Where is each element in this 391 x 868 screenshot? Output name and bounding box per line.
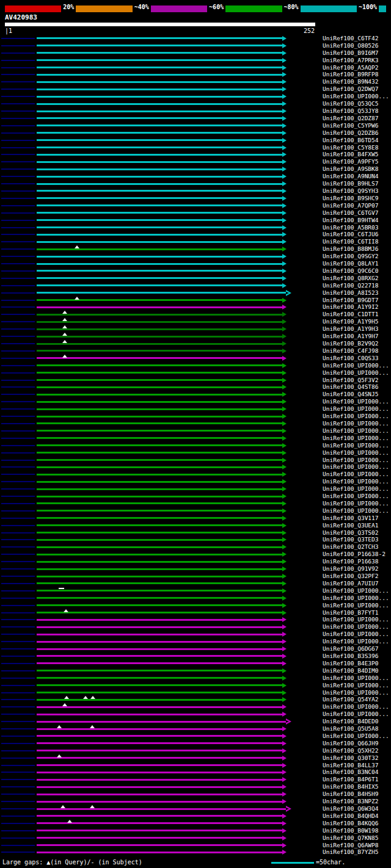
hit-label[interactable]: UniRef100_Q91V92 bbox=[323, 566, 379, 572]
hit-label[interactable]: UniRef100_B4FXW5 bbox=[323, 151, 379, 157]
hit-bar[interactable] bbox=[37, 248, 282, 250]
hit-label[interactable]: UniRef100_UPI000... bbox=[323, 704, 389, 710]
hit-bar[interactable] bbox=[37, 204, 282, 206]
hit-bar[interactable] bbox=[37, 510, 282, 512]
hit-label[interactable]: UniRef100_UPI000... bbox=[323, 370, 389, 376]
hit-bar[interactable] bbox=[37, 655, 282, 657]
hit-bar[interactable] bbox=[37, 306, 282, 308]
hit-bar[interactable] bbox=[37, 684, 282, 686]
hit-bar[interactable] bbox=[37, 794, 282, 795]
hit-label[interactable]: UniRef100_Q2DWQ7 bbox=[323, 86, 379, 92]
hit-bar[interactable] bbox=[37, 612, 282, 613]
hit-bar[interactable] bbox=[37, 284, 282, 286]
hit-bar[interactable] bbox=[37, 677, 282, 679]
hit-bar[interactable] bbox=[37, 103, 282, 105]
hit-label[interactable]: UniRef100_Q6W3Q4 bbox=[323, 806, 379, 812]
hit-bar[interactable] bbox=[37, 37, 282, 39]
hit-bar[interactable] bbox=[37, 539, 282, 541]
hit-bar[interactable] bbox=[37, 401, 282, 403]
hit-label[interactable]: UniRef100_B4KQQ6 bbox=[323, 820, 379, 826]
hit-bar[interactable] bbox=[37, 692, 282, 693]
hit-bar[interactable] bbox=[37, 619, 282, 621]
hit-label[interactable]: UniRef100_B6TD54 bbox=[323, 137, 379, 143]
hit-label[interactable]: UniRef100_UPI000... bbox=[323, 486, 389, 492]
hit-bar[interactable] bbox=[37, 444, 282, 446]
hit-label[interactable]: UniRef100_A5BR03 bbox=[323, 225, 379, 231]
hit-bar[interactable] bbox=[37, 299, 282, 301]
hit-bar[interactable] bbox=[37, 662, 282, 664]
hit-label[interactable]: UniRef100_Q7KN85 bbox=[323, 835, 379, 841]
hit-bar[interactable] bbox=[37, 67, 282, 68]
hit-bar[interactable] bbox=[37, 750, 282, 751]
hit-label[interactable]: UniRef100_B4HSH9 bbox=[323, 791, 379, 797]
hit-label[interactable]: UniRef100_UPI000... bbox=[323, 450, 389, 456]
hit-bar[interactable] bbox=[37, 81, 282, 83]
hit-bar[interactable] bbox=[37, 146, 282, 148]
hit-label[interactable]: UniRef100_Q4SNJ5 bbox=[323, 391, 379, 397]
hit-label[interactable]: UniRef100_B3NPZ2 bbox=[323, 798, 379, 805]
hit-bar[interactable] bbox=[37, 190, 282, 192]
hit-label[interactable]: UniRef100_C5YPW6 bbox=[323, 123, 379, 129]
hit-label[interactable]: UniRef100_UPI000... bbox=[323, 733, 389, 739]
hit-label[interactable]: UniRef100_C5Y8E8 bbox=[323, 145, 379, 151]
hit-bar[interactable] bbox=[37, 576, 282, 577]
hit-label[interactable]: UniRef100_B4LL37 bbox=[323, 762, 379, 769]
hit-label[interactable]: UniRef100_UPI000... bbox=[323, 493, 389, 499]
hit-bar[interactable] bbox=[37, 597, 282, 599]
hit-bar[interactable] bbox=[37, 801, 282, 803]
hit-label[interactable]: UniRef100_Q5F3V2 bbox=[323, 377, 379, 383]
hit-bar[interactable] bbox=[37, 168, 282, 170]
hit-bar[interactable] bbox=[37, 721, 286, 723]
hit-bar[interactable] bbox=[37, 176, 282, 178]
hit-bar[interactable] bbox=[37, 474, 282, 476]
hit-bar[interactable] bbox=[37, 452, 282, 454]
hit-label[interactable]: UniRef100_UPI000... bbox=[323, 602, 389, 609]
hit-label[interactable]: UniRef100_Q5U5A8 bbox=[323, 726, 379, 732]
hit-label[interactable]: UniRef100_B4HIX5 bbox=[323, 784, 379, 790]
hit-label[interactable]: UniRef100_Q2DZB6 bbox=[323, 130, 379, 136]
hit-label[interactable]: UniRef100_B4E3P0 bbox=[323, 660, 379, 667]
hit-bar[interactable] bbox=[37, 808, 286, 810]
hit-bar[interactable] bbox=[37, 634, 282, 635]
hit-label[interactable]: UniRef100_A9NUN4 bbox=[323, 173, 379, 179]
hit-bar[interactable] bbox=[37, 372, 282, 374]
hit-bar[interactable] bbox=[37, 430, 282, 432]
hit-bar[interactable] bbox=[37, 96, 282, 98]
hit-bar[interactable] bbox=[37, 394, 282, 396]
hit-bar[interactable] bbox=[37, 416, 282, 418]
hit-label[interactable]: UniRef100_Q5XH22 bbox=[323, 748, 379, 754]
hit-bar[interactable] bbox=[37, 517, 282, 519]
hit-label[interactable]: UniRef100_B0W198 bbox=[323, 828, 379, 834]
hit-bar[interactable] bbox=[37, 742, 282, 744]
hit-bar[interactable] bbox=[37, 183, 282, 185]
hit-label[interactable]: UniRef100_UPI000... bbox=[323, 363, 389, 369]
hit-bar[interactable] bbox=[37, 437, 282, 439]
hit-label[interactable]: UniRef100_UPI000... bbox=[323, 457, 389, 463]
hit-label[interactable]: UniRef100_B9I6M7 bbox=[323, 50, 379, 56]
hit-label[interactable]: UniRef100_C6TJU6 bbox=[323, 231, 379, 237]
hit-bar[interactable] bbox=[37, 706, 282, 708]
hit-label[interactable]: UniRef100_B3S396 bbox=[323, 653, 379, 659]
hit-label[interactable]: UniRef100_UPI000... bbox=[323, 617, 389, 623]
hit-bar[interactable] bbox=[37, 161, 282, 163]
hit-label[interactable]: UniRef100_A9PFY5 bbox=[323, 159, 379, 165]
hit-bar[interactable] bbox=[37, 277, 282, 279]
hit-bar[interactable] bbox=[37, 546, 282, 548]
hit-bar[interactable] bbox=[37, 852, 282, 853]
hit-bar[interactable] bbox=[37, 234, 282, 236]
hit-label[interactable]: UniRef100_UPI000... bbox=[323, 435, 389, 441]
hit-bar[interactable] bbox=[37, 197, 282, 199]
hit-label[interactable]: UniRef100_B9GDT7 bbox=[323, 297, 379, 303]
hit-label[interactable]: UniRef100_Q2DZ87 bbox=[323, 115, 379, 121]
hit-label[interactable]: UniRef100_Q3UEA1 bbox=[323, 523, 379, 529]
hit-label[interactable]: UniRef100_P16638 bbox=[323, 559, 379, 565]
hit-label[interactable]: UniRef100_Q3V117 bbox=[323, 515, 379, 521]
hit-bar[interactable] bbox=[37, 648, 282, 650]
hit-bar[interactable] bbox=[37, 590, 282, 591]
hit-bar[interactable] bbox=[37, 270, 282, 272]
hit-label[interactable]: UniRef100_B8BMJ6 bbox=[323, 246, 379, 252]
hit-label[interactable]: UniRef100_Q3TS02 bbox=[323, 530, 379, 536]
hit-label[interactable]: UniRef100_B7YZH5 bbox=[323, 849, 379, 855]
hit-bar[interactable] bbox=[37, 481, 282, 483]
hit-bar[interactable] bbox=[37, 336, 282, 338]
